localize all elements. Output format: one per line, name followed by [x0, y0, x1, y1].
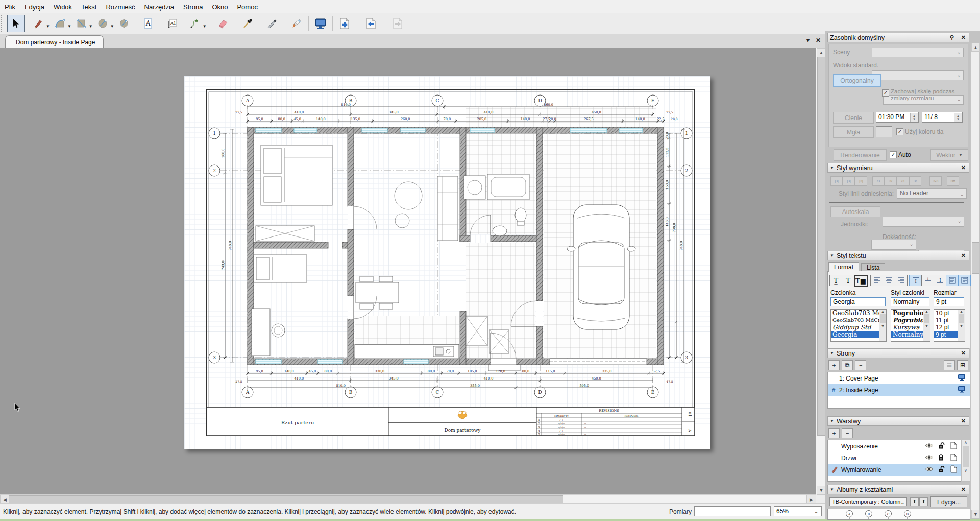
close-panel-icon[interactable]: ✕: [960, 252, 967, 259]
dim-style-button-9[interactable]: 3m: [947, 176, 959, 186]
close-panel-icon[interactable]: ✕: [960, 418, 967, 424]
shadow-date-input[interactable]: 11/ 8▲▼: [922, 112, 963, 123]
dim-style-button-4[interactable]: /3: [872, 176, 885, 186]
layers-scrollbar[interactable]: ∧∨: [961, 440, 970, 482]
connector-tool-button[interactable]: [186, 15, 204, 32]
dim-style-button-1[interactable]: |3|: [830, 176, 843, 186]
list-item[interactable]: GeoSlab703 Md BT: [831, 310, 886, 317]
menu-item-okno[interactable]: Okno: [207, 1, 232, 13]
menu-item-strona[interactable]: Strona: [179, 1, 207, 13]
document-tab[interactable]: Dom parterowy - Inside Page: [5, 35, 104, 49]
panel-header-dim-style[interactable]: ▼ Styl wymiaru ✕: [827, 163, 969, 173]
dim-style-button-2[interactable]: |3|: [843, 176, 855, 186]
sidebar-scroll-down[interactable]: ▼: [971, 510, 980, 518]
text-edit-tool-button[interactable]: A1: [164, 15, 181, 32]
remove-page-icon[interactable]: －: [855, 360, 866, 370]
widoki-dropdown[interactable]: ⌄: [872, 70, 964, 80]
font-style-list[interactable]: PogrubionyPogrubiona kursywaKursywa▲▼Nor…: [891, 309, 930, 342]
list-view-icon[interactable]: ☰: [944, 360, 955, 370]
menu-item-pomoc[interactable]: Pomoc: [232, 1, 262, 13]
sidebar-scrollbar[interactable]: ▲ ▼: [970, 43, 979, 518]
font-name-input[interactable]: [830, 297, 886, 306]
layer-visibility-icon[interactable]: [925, 443, 938, 450]
polygon-tool-button[interactable]: [115, 15, 133, 32]
dim-style-button-7[interactable]: 3/: [909, 176, 921, 186]
vertical-scrollbar[interactable]: ▲ ▼: [816, 48, 825, 494]
layers-list[interactable]: WyposażenieDrzwiWymiarowanie: [827, 440, 962, 482]
dim-style-button-5[interactable]: 3/: [885, 176, 897, 186]
layer-visibility-icon[interactable]: [925, 466, 938, 473]
dim-style-button-6[interactable]: /3: [897, 176, 909, 186]
panel-header-container[interactable]: Zasobnik domyślny ⚲ ✕: [827, 33, 969, 42]
layer-row[interactable]: [828, 476, 962, 482]
tab-close-icon[interactable]: ✕: [816, 37, 821, 44]
style-list-scrollbar[interactable]: ▲▼: [923, 310, 930, 341]
vertical-scroll-thumb[interactable]: [817, 57, 825, 436]
valign-top-button[interactable]: I: [909, 275, 922, 286]
autoskala-button[interactable]: Autoskala: [830, 206, 880, 217]
shape-preview-strip[interactable]: ABCD: [827, 509, 970, 520]
underline-button[interactable]: T̲: [829, 275, 842, 286]
close-panel-icon[interactable]: ✕: [960, 34, 967, 41]
font-size-input[interactable]: [934, 297, 964, 306]
rectangle-dropdown-arrow[interactable]: ▼: [89, 24, 93, 29]
zoom-level-combobox[interactable]: 65% ⌄: [774, 506, 822, 516]
previous-page-button[interactable]: [362, 15, 380, 32]
leader-style-dropdown[interactable]: No Leader⌄: [897, 188, 967, 199]
ellipse-dropdown-arrow[interactable]: ▼: [110, 24, 114, 29]
valign-bottom-button[interactable]: I: [934, 275, 946, 286]
horizontal-scroll-thumb[interactable]: [9, 495, 564, 504]
pages-list[interactable]: 1: Cover Page#2: Inside Page: [827, 372, 970, 409]
pin-icon[interactable]: ⚲: [949, 34, 955, 41]
use-bg-checkbox[interactable]: ✓: [896, 128, 903, 135]
renderowanie-button[interactable]: Renderowanie: [834, 149, 887, 161]
dim-style-button-3[interactable]: |3|: [855, 176, 867, 186]
close-panel-icon[interactable]: ✕: [960, 486, 967, 493]
strikethrough-button[interactable]: T̶: [842, 275, 854, 286]
valign-middle-button[interactable]: I: [921, 275, 934, 286]
layer-row[interactable]: Wyposażenie: [828, 440, 962, 452]
fog-color-swatch[interactable]: [876, 126, 892, 137]
text-vertical-button[interactable]: [958, 275, 971, 286]
menu-item-edycja[interactable]: Edycja: [20, 1, 49, 13]
list-item[interactable]: Giddyup Std: [831, 324, 886, 331]
page-row[interactable]: 1: Cover Page: [828, 372, 970, 384]
collapse-triangle-icon[interactable]: ▼: [830, 487, 834, 492]
shadow-time-input[interactable]: 01:30 PM▲▼: [876, 112, 919, 123]
font-list[interactable]: GeoSlab703 Md BTGeoSlab703 MdCn BTGiddyu…: [830, 309, 887, 342]
align-right-button[interactable]: [895, 275, 908, 286]
curve-dropdown-arrow[interactable]: ▼: [67, 24, 71, 29]
album-prev-icon[interactable]: ⬆: [910, 497, 919, 506]
autoskala-dropdown[interactable]: ⌄: [883, 217, 964, 227]
pencil-tool-button[interactable]: [30, 15, 47, 32]
layer-row[interactable]: Wymiarowanie: [828, 464, 962, 476]
units-dropdown-1[interactable]: ⌄: [871, 240, 916, 250]
grid-balloon-shape[interactable]: B: [864, 510, 874, 520]
wektor-dropdown[interactable]: Wektor ▼: [930, 149, 968, 161]
layer-page-icon[interactable]: [950, 465, 962, 475]
align-center-button[interactable]: [883, 275, 895, 286]
toolbar-drag-handle[interactable]: [1, 15, 5, 32]
layer-lock-icon[interactable]: [938, 442, 950, 451]
presentation-tool-button[interactable]: [312, 15, 329, 32]
collapse-triangle-icon[interactable]: ▼: [830, 419, 834, 423]
edycja-button[interactable]: Edycja...: [930, 496, 967, 507]
grid-balloon-shape[interactable]: C: [883, 510, 893, 520]
select-tool-button[interactable]: [7, 15, 24, 32]
duplicate-page-icon[interactable]: ⧉: [842, 360, 853, 370]
align-left-button[interactable]: [870, 275, 883, 286]
sidebar-scroll-thumb[interactable]: [972, 242, 979, 274]
grid-balloon-shape[interactable]: A: [844, 510, 854, 520]
ellipse-tool-button[interactable]: [94, 15, 111, 32]
collapse-triangle-icon[interactable]: ▼: [830, 165, 834, 170]
sceny-dropdown[interactable]: ⌄: [872, 48, 964, 57]
panel-header-pages[interactable]: ▼ Strony ✕: [827, 348, 969, 358]
font-list-scrollbar[interactable]: ▲▼: [879, 310, 886, 341]
close-panel-icon[interactable]: ✕: [960, 164, 967, 171]
next-page-button[interactable]: [389, 15, 406, 32]
layer-lock-icon[interactable]: [938, 454, 950, 462]
add-page-button[interactable]: [336, 15, 353, 32]
eraser-tool-button[interactable]: [214, 15, 232, 32]
connector-dropdown-arrow[interactable]: ▼: [203, 24, 207, 29]
pomiary-input[interactable]: [694, 506, 771, 516]
